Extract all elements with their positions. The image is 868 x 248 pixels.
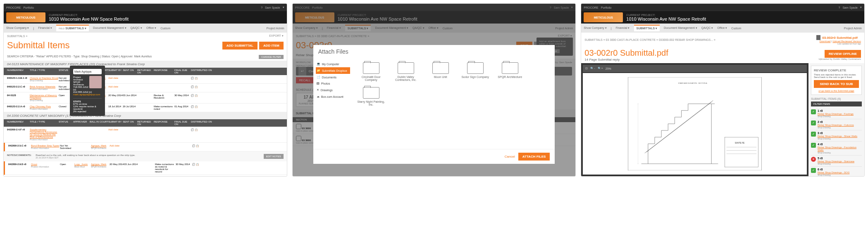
help-icon[interactable]: ? — [261, 6, 262, 9]
nav-office[interactable]: Office ▾ — [146, 26, 156, 30]
edit-notes-button[interactable]: EDIT NOTES — [264, 154, 284, 159]
brand: PROCORE — [6, 6, 21, 9]
table-row[interactable]: 042200-2.4.F r0 Supplementary Cementitio… — [4, 127, 287, 143]
row-actions[interactable]: 💬 📋 — [191, 94, 284, 97]
add-item-button[interactable]: ADD ITEM — [259, 42, 284, 50]
page-title: Submittal Items — [7, 40, 70, 51]
filter-items[interactable]: FILTER ITEMS — [811, 102, 862, 106]
table-row[interactable]: 042200-2.9.D r0 GroutProduct Information… — [4, 161, 287, 175]
popup-name: Mark Agrippa — [74, 70, 91, 73]
header: METICULOUS CURRENT PROJECT: 1010 Wiscons… — [4, 11, 287, 24]
table-header: NUMBER/REV TITLE / TYPE STATUS APPROVER … — [4, 68, 287, 75]
folder-item[interactable]: Moon Unit — [426, 62, 455, 81]
submittal-item[interactable]: ✓ 2 r0Rebar Shop Drawings - ColumnsShop … — [811, 119, 862, 130]
modal-source-submittals-dropbox[interactable]: 📁Submittals Dropbox — [316, 67, 350, 74]
check-icon: ✓ — [811, 109, 816, 114]
notes-row: NOTES/COMMENTS: Reached out to the sub, … — [4, 151, 287, 161]
check-icon: ✓ — [811, 143, 816, 148]
folder-icon — [398, 62, 414, 74]
svg-text:STAIRCASE ELEVATION · SECTION : STAIRCASE ELEVATION · SECTION A — [678, 82, 708, 84]
modal-title: Attach Files — [313, 45, 555, 58]
section-header-1: 04 0123 MAINTENANCE OF MASONRY FIREPLACE… — [4, 61, 287, 68]
table-row[interactable]: 042200-2.5.C r0 Bond Breaker Strip Types… — [4, 143, 287, 151]
row-actions[interactable]: 💬 📋 — [191, 128, 284, 131]
go-back-link[interactable]: or go back to the Submittal page — [818, 90, 854, 92]
nav-qaqc[interactable]: QA/QC ▾ — [131, 26, 143, 30]
table-row[interactable]: 04 0123 Maintenance of Masonry Fireplace… — [4, 92, 287, 104]
folder-item[interactable]: Sodor Sign Company — [461, 62, 490, 81]
folder-icon — [467, 62, 484, 74]
nav-custom[interactable]: Custom — [160, 27, 170, 30]
table-row[interactable]: 040123-2.2.C r0 Brick Arrestor Materials… — [4, 84, 287, 92]
source-icon: 📄 — [317, 76, 320, 79]
attach-files-button[interactable]: ATTACH FILES — [518, 153, 550, 161]
zoom-out-icon[interactable]: 🔍- — [590, 67, 595, 70]
submittal-item[interactable]: ✓ 1 r0Rebar Shop Drawings - FootingsShop… — [811, 108, 862, 119]
fit-icon[interactable]: ⊡ — [585, 67, 588, 70]
row-actions[interactable]: 💬 📋 — [192, 144, 284, 147]
folder-item[interactable]: SPQR Architecture — [496, 62, 525, 81]
modal-source-box-com-account[interactable]: ☁Box.com Account — [316, 93, 350, 100]
table-row[interactable]: 040123-1.3.B.1 r0 Closure at fireplace t… — [4, 75, 287, 84]
change-filter-button[interactable]: CHANGE FILTER — [259, 55, 284, 59]
attach-files-modal: Attach Files 💻My Computer📁Submittals Dro… — [313, 45, 555, 164]
export-button[interactable]: EXPORT ▾ — [269, 34, 283, 38]
table-row[interactable]: 040123-2.2.A r0 Clay Chimney PotsProduct… — [4, 104, 287, 112]
review-offline-button[interactable]: REVIEW OFFLINE — [825, 50, 861, 58]
company-logo: METICULOUS — [6, 12, 45, 22]
modal-source-drawings[interactable]: ✕Drawings — [316, 87, 350, 93]
folder-item[interactable]: Dublin Valley Contractors, Inc. — [391, 62, 420, 81]
pdf-page[interactable]: SANTE FE STAIRCASE ELEVATION · SECTION A — [583, 73, 807, 175]
folder-item[interactable]: Starry Night Painting, Inc. — [357, 87, 386, 106]
breadcrumb[interactable]: SUBMITTALS » — [7, 35, 27, 38]
review-complete-label: REVIEW COMPLETE — [814, 68, 859, 72]
nav-project-admin[interactable]: Project Admin — [266, 27, 284, 30]
sidebar-title: SUBMITTAL ITEMS (6) — [811, 97, 862, 100]
row-actions[interactable]: 💬 📋 — [191, 85, 284, 88]
zoom-in-icon[interactable]: 🔍+ — [598, 67, 603, 70]
source-icon: 💻 — [317, 62, 320, 66]
breadcrumb[interactable]: SUBMITTALS » 03 3000 CAST-IN-PLACE CONTR… — [584, 38, 715, 41]
search-criteria: SEARCH CRITERIA · "Rebar" APPLIED FILTER… — [7, 55, 152, 59]
portfolio-link[interactable]: Portfolio — [23, 6, 34, 9]
row-actions[interactable]: 💬 📋 — [191, 105, 284, 108]
uploaded-by: Uploaded by Dublin Valley Contractors — [818, 58, 861, 60]
folder-icon — [363, 62, 379, 74]
modal-source-photos[interactable]: 🖼Photos — [316, 80, 350, 87]
add-submittal-button[interactable]: ADD SUBMITTAL — [222, 42, 258, 50]
project-name[interactable]: 1010 Wisconsin Ave NW Space Retrofit — [49, 17, 129, 21]
nav-submittals[interactable]: FIELD SUBMITTALS ▾ — [56, 25, 89, 31]
folder-item[interactable]: Cincinatti Door Company — [357, 62, 386, 81]
pdf-viewer: ⊡ 🔍- 🔍+ 25% — [581, 63, 808, 176]
panel-attach-files: PROCOREPortfolio?Sam Spade▾ METICULOUSCU… — [292, 3, 576, 177]
user-menu[interactable]: Sam Spade — [265, 6, 280, 9]
modal-source-documents[interactable]: 📄Documents — [316, 74, 350, 80]
svg-text:SANTE FE: SANTE FE — [735, 142, 745, 144]
comment-icon[interactable]: 💬 📋 — [192, 163, 284, 166]
submittal-item[interactable]: ✕ 5 r0Rebar Shop Drawings - StaircaseSho… — [811, 156, 862, 167]
nav-doc-mgmt[interactable]: Document Management ▾ — [93, 26, 126, 30]
modal-source-my-computer[interactable]: 💻My Computer — [316, 61, 350, 67]
folder-icon — [502, 62, 518, 74]
source-icon: 📁 — [317, 69, 320, 72]
cancel-link[interactable]: Cancel — [505, 155, 515, 158]
source-icon: ☁ — [317, 95, 320, 98]
current-project-label: CURRENT PROJECT: — [49, 14, 129, 17]
submittal-item[interactable]: ✓ 6 r0Rebar Shop Drawings - SOGShop Draw… — [811, 167, 862, 176]
nav-show-company[interactable]: Show Company ▾ — [6, 26, 29, 30]
popup-email[interactable]: mark.agrippa@spqr.com — [73, 93, 102, 96]
source-icon: 🖼 — [317, 82, 320, 85]
submittal-item[interactable]: ✓ 4 r0Rebar Shop Drawings - Foundation W… — [811, 142, 862, 156]
submittal-item[interactable]: ✓ 3 r0Rebar Shop Drawings - Shear WallsS… — [811, 130, 862, 142]
chevron-down-icon[interactable]: ▾ — [283, 6, 284, 9]
contact-popup: Mark Agrippa Project Architect SPQR Arch… — [70, 66, 105, 116]
navbar: Show Company ▾ | Financial ▾ FIELD SUBMI… — [4, 24, 287, 33]
row-actions[interactable]: 💬 📋 — [191, 77, 284, 80]
page-count: 14 Page Submittal reply — [584, 58, 668, 61]
nav-financial[interactable]: Financial ▾ — [38, 26, 52, 30]
pdf-title: 03-002r0 Submittal.pdf — [584, 48, 668, 58]
send-back-button[interactable]: SEND BACK TO SUB — [814, 80, 859, 88]
topbar: PROCOREPortfolio ?Sam Spade▾ — [4, 4, 287, 11]
check-icon: ✓ — [811, 120, 816, 125]
download-link[interactable]: Download — [820, 40, 831, 43]
